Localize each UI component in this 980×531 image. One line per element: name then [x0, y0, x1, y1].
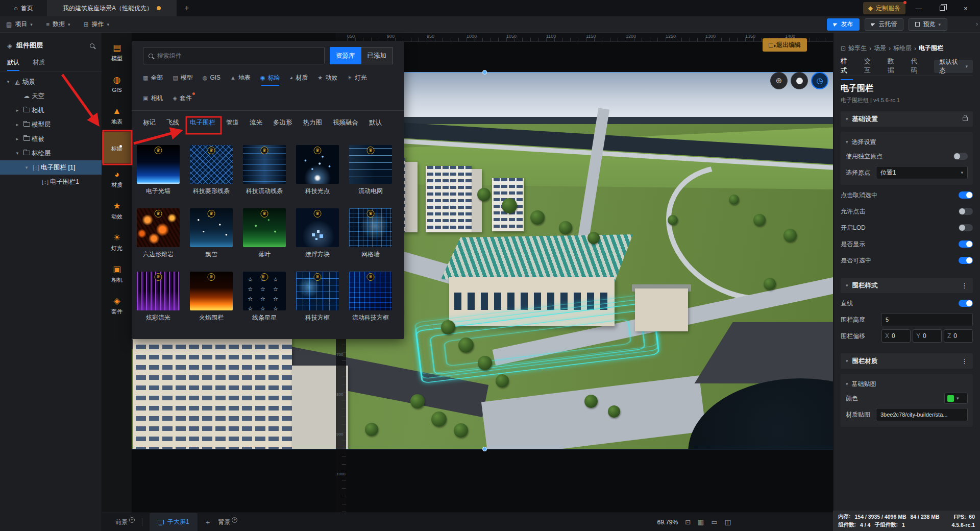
menu-project[interactable]: ▤项目▾ — [6, 20, 33, 29]
tree-item-电子围栏1[interactable]: [:]电子围栏1 — [0, 175, 102, 189]
lock-icon[interactable] — [963, 117, 968, 121]
section-围栏材质[interactable]: ▾围栏材质⋮ — [841, 353, 973, 369]
add-screen-button[interactable]: + — [206, 518, 210, 526]
tree-caret-icon[interactable]: ▾ — [4, 79, 12, 84]
component-card[interactable]: ♛漂浮方块 — [296, 208, 339, 259]
breadcrumb-part[interactable]: 场景 — [874, 44, 886, 53]
added-components-button[interactable]: 已添加 — [361, 47, 394, 64]
tree-caret-icon[interactable]: ▾ — [22, 165, 31, 170]
selection-handle-bottom[interactable] — [482, 447, 487, 451]
resource-library-button[interactable]: 资源库 — [330, 47, 361, 64]
sphere-mode-button[interactable] — [791, 72, 808, 89]
component-card[interactable]: ♛科技方框 — [296, 272, 339, 322]
dock-item-地表[interactable]: ▲地表 — [102, 100, 132, 132]
time-mode-button[interactable]: ◷ — [811, 72, 828, 89]
exit-edit-button[interactable]: 退出编辑 — [763, 38, 807, 52]
category-模型[interactable]: ▤模型 — [173, 74, 192, 82]
component-card[interactable]: ♛网格墙 — [349, 208, 392, 259]
selection-handle-top[interactable] — [482, 70, 487, 75]
fit-screen-icon[interactable]: ⊡ — [685, 518, 691, 526]
menu-action[interactable]: ⊞操作▾ — [83, 20, 109, 29]
frame-icon[interactable]: ◫ — [725, 518, 731, 526]
dock-item-套件[interactable]: ◈套件 — [102, 290, 132, 322]
tree-item-植被[interactable]: ▸植被 — [0, 132, 102, 146]
publish-button[interactable]: 发布 — [827, 18, 860, 31]
tree-caret-icon[interactable]: ▸ — [13, 122, 21, 127]
subtab-多边形[interactable]: 多边形 — [273, 118, 292, 127]
sub-screen-tab[interactable]: 子大屏1 — [150, 513, 198, 531]
subtab-流光[interactable]: 流光 — [250, 118, 262, 127]
toggle-switch[interactable] — [959, 208, 973, 215]
subtab-热力图[interactable]: 热力图 — [303, 118, 323, 127]
inspector-tab-代码[interactable]: 代码 — [911, 57, 923, 80]
toggle-switch[interactable] — [959, 224, 973, 231]
dock-item-标绘[interactable]: 标绘 — [102, 132, 132, 163]
select-dropdown[interactable]: 位置1▾ — [876, 166, 968, 179]
monitor-icon[interactable]: ▭ — [711, 518, 717, 526]
color-picker[interactable]: ▾ — [944, 393, 968, 404]
component-card[interactable]: ☆ ☆ ☆ ☆ ☆ ☆ ☆ ☆ ☆ ☆ ☆ ☆♛线条星星 — [243, 272, 286, 322]
tree-item-场景[interactable]: ▾◭场景 — [0, 75, 102, 89]
add-icon[interactable]: + — [129, 517, 135, 523]
new-tab-button[interactable]: + — [177, 0, 197, 16]
dock-item-GIS[interactable]: ◍GIS — [102, 68, 132, 100]
tab-scene[interactable]: 我的建筑底座场景A（性能优先） — [47, 0, 177, 16]
tab-home[interactable]: ⌂ 首页 — [0, 0, 47, 16]
component-search-input[interactable] — [157, 52, 319, 59]
category-标绘[interactable]: ◉标绘 — [260, 74, 280, 82]
group-header-基础贴图[interactable]: ▾基础贴图 — [846, 378, 968, 390]
component-card[interactable]: ♛飘雪 — [190, 208, 233, 259]
add-icon[interactable]: + — [232, 517, 237, 523]
subtab-管道[interactable]: 管道 — [226, 118, 239, 127]
background-tab[interactable]: 背景 + — [218, 518, 237, 526]
subtab-飞线[interactable]: 飞线 — [166, 118, 179, 127]
category-灯光[interactable]: ☀灯光 — [347, 74, 367, 82]
tree-item-标绘层[interactable]: ▾标绘层 — [0, 146, 102, 160]
tree-item-相机[interactable]: ▸相机 — [0, 103, 102, 117]
category-地表[interactable]: ▲地表 — [230, 74, 251, 82]
state-select-dropdown[interactable]: 默认状态▾ — [934, 60, 973, 73]
subtab-默认[interactable]: 默认 — [369, 118, 382, 127]
component-card[interactable]: ♛流动科技方框 — [349, 272, 392, 322]
category-全部[interactable]: ▦全部 — [143, 74, 163, 82]
breadcrumb-part[interactable]: 鲸孪生 — [848, 44, 867, 53]
grid-icon[interactable]: ▦ — [698, 518, 704, 526]
more-options-icon[interactable]: ⋮ — [961, 357, 968, 365]
dock-item-材质[interactable]: ◕材质 — [102, 163, 132, 195]
toggle-switch[interactable] — [959, 240, 973, 248]
search-icon[interactable] — [90, 43, 94, 48]
foreground-tab[interactable]: 前景 + — [115, 518, 135, 526]
subtab-标记[interactable]: 标记 — [143, 118, 156, 127]
window-restore-button[interactable] — [932, 1, 952, 15]
axis-input-Z[interactable]: Z0 — [944, 329, 973, 343]
panel-collapse-icon[interactable]: › — [976, 20, 978, 28]
inspector-tab-数据[interactable]: 数据 — [888, 57, 900, 80]
tree-caret-icon[interactable]: ▸ — [13, 136, 21, 141]
tree-caret-icon[interactable]: ▸ — [13, 108, 21, 113]
inspector-tab-样式[interactable]: 样式 — [841, 57, 853, 80]
menu-data[interactable]: ≡数据▾ — [46, 20, 70, 29]
layers-tab-材质[interactable]: 材质 — [33, 58, 45, 71]
group-header-选择设置[interactable]: ▾选择设置 — [846, 136, 968, 148]
more-options-icon[interactable]: ⋮ — [961, 282, 968, 289]
component-card[interactable]: ♛科技光点 — [296, 145, 339, 196]
preview-button[interactable]: 预览 ▾ — [909, 18, 947, 31]
component-card[interactable]: ♛炫彩流光 — [137, 272, 180, 322]
category-相机[interactable]: ▣相机 — [143, 94, 163, 103]
component-card[interactable]: ♛落叶 — [243, 208, 286, 259]
breadcrumb-part[interactable]: 标绘层 — [893, 44, 912, 53]
inspector-tab-交互[interactable]: 交互 — [864, 57, 876, 80]
window-close-button[interactable]: × — [955, 1, 976, 15]
cloud-host-button[interactable]: 云托管 — [865, 18, 903, 31]
dock-item-灯光[interactable]: ☀灯光 — [102, 227, 132, 258]
globe-mode-button[interactable]: ⊕ — [770, 72, 788, 89]
category-动效[interactable]: ★动效 — [317, 74, 337, 82]
layers-tab-默认[interactable]: 默认 — [7, 58, 19, 71]
dock-item-模型[interactable]: ▤模型 — [102, 37, 132, 68]
breadcrumb-current[interactable]: 电子围栏 — [919, 44, 943, 53]
category-套件[interactable]: ◈套件 — [173, 94, 191, 103]
toggle-switch[interactable] — [953, 153, 968, 160]
component-card[interactable]: ♛六边形熔岩 — [137, 208, 180, 259]
dock-item-相机[interactable]: ▣相机 — [102, 258, 132, 290]
category-GIS[interactable]: ◍GIS — [203, 74, 220, 81]
